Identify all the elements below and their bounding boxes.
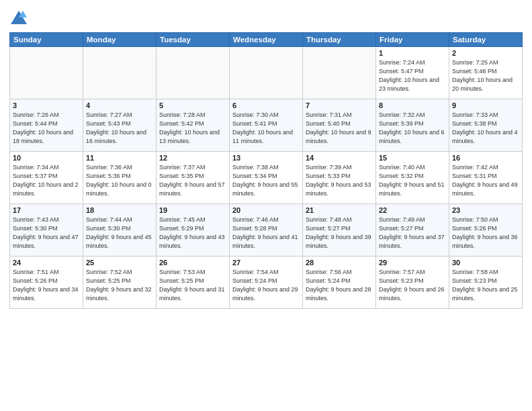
calendar-cell: 1Sunrise: 7:24 AM Sunset: 5:47 PM Daylig… (376, 47, 449, 99)
calendar-cell: 4Sunrise: 7:27 AM Sunset: 5:43 PM Daylig… (83, 99, 157, 152)
day-info: Sunrise: 7:44 AM Sunset: 5:30 PM Dayligh… (86, 216, 153, 250)
day-info: Sunrise: 7:25 AM Sunset: 5:46 PM Dayligh… (452, 58, 519, 93)
calendar-cell: 6Sunrise: 7:30 AM Sunset: 5:41 PM Daylig… (230, 99, 303, 152)
day-info: Sunrise: 7:37 AM Sunset: 5:35 PM Dayligh… (159, 163, 226, 198)
day-info: Sunrise: 7:42 AM Sunset: 5:31 PM Dayligh… (452, 163, 519, 198)
day-info: Sunrise: 7:26 AM Sunset: 5:44 PM Dayligh… (13, 111, 80, 146)
day-info: Sunrise: 7:50 AM Sunset: 5:26 PM Dayligh… (452, 216, 519, 250)
calendar-cell (303, 47, 376, 99)
day-info: Sunrise: 7:38 AM Sunset: 5:34 PM Dayligh… (232, 163, 300, 198)
calendar-cell: 25Sunrise: 7:52 AM Sunset: 5:25 PM Dayli… (83, 257, 157, 309)
calendar-cell: 28Sunrise: 7:56 AM Sunset: 5:24 PM Dayli… (303, 257, 376, 309)
day-number: 1 (379, 49, 446, 57)
calendar-cell: 2Sunrise: 7:25 AM Sunset: 5:46 PM Daylig… (449, 47, 523, 99)
weekday-header-row: SundayMondayTuesdayWednesdayThursdayFrid… (10, 33, 523, 47)
day-number: 6 (232, 101, 300, 109)
calendar-cell: 14Sunrise: 7:39 AM Sunset: 5:33 PM Dayli… (303, 152, 376, 204)
day-info: Sunrise: 7:31 AM Sunset: 5:40 PM Dayligh… (306, 111, 373, 146)
calendar-cell: 5Sunrise: 7:28 AM Sunset: 5:42 PM Daylig… (157, 99, 230, 152)
day-number: 15 (379, 154, 446, 162)
calendar-cell: 7Sunrise: 7:31 AM Sunset: 5:40 PM Daylig… (303, 99, 376, 152)
day-number: 27 (232, 259, 300, 267)
day-number: 8 (379, 101, 446, 109)
day-number: 16 (452, 154, 519, 162)
day-number: 9 (452, 101, 519, 109)
calendar-cell: 27Sunrise: 7:54 AM Sunset: 5:24 PM Dayli… (230, 257, 303, 309)
calendar-cell: 8Sunrise: 7:32 AM Sunset: 5:39 PM Daylig… (376, 99, 449, 152)
day-info: Sunrise: 7:28 AM Sunset: 5:42 PM Dayligh… (159, 111, 226, 146)
day-number: 22 (379, 206, 446, 214)
calendar-cell: 16Sunrise: 7:42 AM Sunset: 5:31 PM Dayli… (449, 152, 523, 204)
weekday-thursday: Thursday (303, 33, 376, 47)
day-number: 28 (306, 259, 373, 267)
calendar-cell: 17Sunrise: 7:43 AM Sunset: 5:30 PM Dayli… (10, 204, 83, 257)
day-number: 23 (452, 206, 519, 214)
day-number: 26 (159, 259, 226, 267)
week-row-1: 1Sunrise: 7:24 AM Sunset: 5:47 PM Daylig… (10, 47, 523, 99)
calendar-cell: 3Sunrise: 7:26 AM Sunset: 5:44 PM Daylig… (10, 99, 83, 152)
day-number: 30 (452, 259, 519, 267)
calendar-cell: 29Sunrise: 7:57 AM Sunset: 5:23 PM Dayli… (376, 257, 449, 309)
day-info: Sunrise: 7:30 AM Sunset: 5:41 PM Dayligh… (232, 111, 300, 146)
day-info: Sunrise: 7:49 AM Sunset: 5:27 PM Dayligh… (379, 216, 446, 250)
calendar-cell: 20Sunrise: 7:46 AM Sunset: 5:28 PM Dayli… (230, 204, 303, 257)
day-number: 7 (306, 101, 373, 109)
week-row-5: 24Sunrise: 7:51 AM Sunset: 5:26 PM Dayli… (10, 257, 523, 309)
day-number: 14 (306, 154, 373, 162)
day-info: Sunrise: 7:45 AM Sunset: 5:29 PM Dayligh… (159, 216, 226, 250)
calendar-cell: 9Sunrise: 7:33 AM Sunset: 5:38 PM Daylig… (449, 99, 523, 152)
day-number: 25 (86, 259, 153, 267)
day-number: 21 (306, 206, 373, 214)
weekday-monday: Monday (83, 33, 157, 47)
weekday-wednesday: Wednesday (230, 33, 303, 47)
day-number: 29 (379, 259, 446, 267)
day-info: Sunrise: 7:58 AM Sunset: 5:23 PM Dayligh… (452, 268, 519, 303)
day-number: 10 (13, 154, 80, 162)
day-info: Sunrise: 7:57 AM Sunset: 5:23 PM Dayligh… (379, 268, 446, 303)
day-number: 5 (159, 101, 226, 109)
calendar-cell: 23Sunrise: 7:50 AM Sunset: 5:26 PM Dayli… (449, 204, 523, 257)
day-info: Sunrise: 7:33 AM Sunset: 5:38 PM Dayligh… (452, 111, 519, 146)
week-row-2: 3Sunrise: 7:26 AM Sunset: 5:44 PM Daylig… (10, 99, 523, 152)
weekday-tuesday: Tuesday (157, 33, 230, 47)
day-number: 17 (13, 206, 80, 214)
logo (9, 9, 30, 28)
calendar-cell: 19Sunrise: 7:45 AM Sunset: 5:29 PM Dayli… (157, 204, 230, 257)
week-row-3: 10Sunrise: 7:34 AM Sunset: 5:37 PM Dayli… (10, 152, 523, 204)
weekday-saturday: Saturday (449, 33, 523, 47)
calendar-cell (157, 47, 230, 99)
day-info: Sunrise: 7:32 AM Sunset: 5:39 PM Dayligh… (379, 111, 446, 146)
day-info: Sunrise: 7:43 AM Sunset: 5:30 PM Dayligh… (13, 216, 80, 250)
day-number: 20 (232, 206, 300, 214)
logo-icon (9, 9, 28, 28)
calendar-cell: 11Sunrise: 7:36 AM Sunset: 5:36 PM Dayli… (83, 152, 157, 204)
calendar-cell: 30Sunrise: 7:58 AM Sunset: 5:23 PM Dayli… (449, 257, 523, 309)
day-number: 19 (159, 206, 226, 214)
day-info: Sunrise: 7:54 AM Sunset: 5:24 PM Dayligh… (232, 268, 300, 303)
day-number: 13 (232, 154, 300, 162)
day-info: Sunrise: 7:36 AM Sunset: 5:36 PM Dayligh… (86, 163, 153, 198)
day-info: Sunrise: 7:51 AM Sunset: 5:26 PM Dayligh… (13, 268, 80, 303)
day-number: 4 (86, 101, 153, 109)
day-info: Sunrise: 7:52 AM Sunset: 5:25 PM Dayligh… (86, 268, 153, 303)
calendar-cell: 18Sunrise: 7:44 AM Sunset: 5:30 PM Dayli… (83, 204, 157, 257)
day-number: 18 (86, 206, 153, 214)
calendar-cell (83, 47, 157, 99)
calendar-cell: 10Sunrise: 7:34 AM Sunset: 5:37 PM Dayli… (10, 152, 83, 204)
calendar: SundayMondayTuesdayWednesdayThursdayFrid… (9, 32, 523, 309)
day-number: 2 (452, 49, 519, 57)
day-number: 3 (13, 101, 80, 109)
calendar-cell: 24Sunrise: 7:51 AM Sunset: 5:26 PM Dayli… (10, 257, 83, 309)
week-row-4: 17Sunrise: 7:43 AM Sunset: 5:30 PM Dayli… (10, 204, 523, 257)
day-info: Sunrise: 7:48 AM Sunset: 5:27 PM Dayligh… (306, 216, 373, 250)
weekday-sunday: Sunday (10, 33, 83, 47)
day-info: Sunrise: 7:27 AM Sunset: 5:43 PM Dayligh… (86, 111, 153, 146)
header (9, 7, 523, 28)
day-info: Sunrise: 7:46 AM Sunset: 5:28 PM Dayligh… (232, 216, 300, 250)
weekday-friday: Friday (376, 33, 449, 47)
day-info: Sunrise: 7:34 AM Sunset: 5:37 PM Dayligh… (13, 163, 80, 198)
day-info: Sunrise: 7:24 AM Sunset: 5:47 PM Dayligh… (379, 58, 446, 93)
calendar-cell (10, 47, 83, 99)
calendar-cell: 13Sunrise: 7:38 AM Sunset: 5:34 PM Dayli… (230, 152, 303, 204)
day-info: Sunrise: 7:56 AM Sunset: 5:24 PM Dayligh… (306, 268, 373, 303)
